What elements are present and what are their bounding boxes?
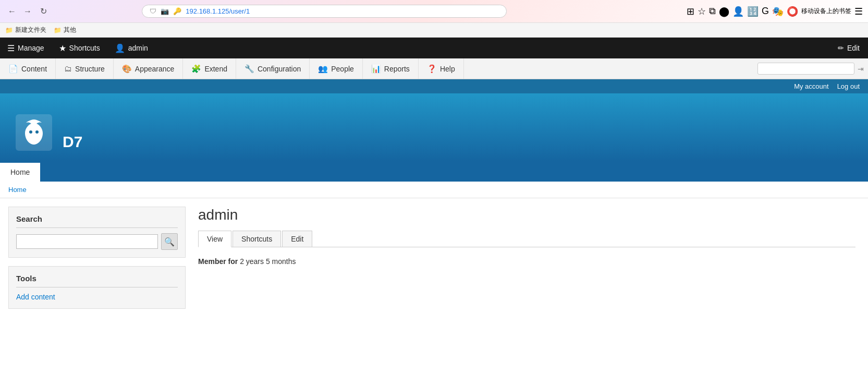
camera-icon: 📷 [161, 7, 169, 15]
reload-button[interactable]: ↻ [36, 5, 50, 18]
nav-collapse-icon[interactable]: ⇥ [858, 65, 864, 73]
bookmarks-bar: 📁 新建文件夹 📁 其他 [0, 23, 868, 38]
reports-icon: 📊 [371, 64, 381, 74]
nav-help-label: Help [440, 65, 455, 73]
tab-view[interactable]: View [198, 231, 231, 247]
admin-toolbar: ☰ Manage ★ Shortcuts 👤 admin ✏ Edit [0, 38, 868, 58]
nav-configuration[interactable]: 🔧 Configuration [236, 58, 310, 79]
url-text: 192.168.1.125/user/1 [186, 7, 250, 15]
user-icon: 👤 [115, 43, 125, 53]
tools-block-title: Tools [16, 274, 178, 287]
site-nav-home-tab[interactable]: Home [0, 161, 40, 182]
log-out-link[interactable]: Log out [837, 82, 860, 90]
search-row: 🔍 [16, 233, 178, 250]
extensions-badge: 🔢 [747, 6, 759, 17]
hero-banner: D7 [0, 93, 868, 161]
nav-configuration-label: Configuration [258, 65, 301, 73]
nav-search-area: ⇥ [753, 58, 868, 79]
help-icon: ❓ [427, 64, 437, 74]
nav-help[interactable]: ❓ Help [419, 58, 464, 79]
back-button[interactable]: ← [5, 5, 19, 18]
nav-structure-label: Structure [75, 65, 105, 73]
admin-edit-button[interactable]: ✏ Edit [829, 38, 868, 58]
url-host: 192.168.1.125 [186, 7, 229, 15]
main-layout: Search 🔍 Tools Add content admin View Sh… [0, 198, 868, 326]
forward-button[interactable]: → [21, 5, 34, 18]
search-button[interactable]: 🔍 [161, 233, 178, 250]
svg-point-0 [29, 130, 32, 134]
nav-people[interactable]: 👥 People [310, 58, 363, 79]
user-links-bar: My account Log out [0, 79, 868, 93]
search-icon: 🔍 [164, 237, 175, 247]
content-icon: 📄 [8, 64, 18, 74]
key-icon: 🔑 [173, 7, 181, 15]
mobile-bookmarks: 移动设备上的书签 [801, 7, 851, 16]
bookmark-label: 新建文件夹 [15, 26, 46, 34]
nav-extend-label: Extend [204, 65, 227, 73]
user-label: admin [128, 44, 148, 52]
shortcuts-menu-item[interactable]: ★ Shortcuts [52, 38, 107, 58]
content-tabs: View Shortcuts Edit [198, 231, 855, 247]
site-name: D7 [63, 133, 82, 151]
menu-icon[interactable]: ☰ [854, 6, 863, 17]
drupal-logo [16, 114, 52, 151]
profile-avatar: 👤 [732, 6, 744, 17]
nav-reports-label: Reports [384, 65, 410, 73]
bookmark-new-folder[interactable]: 📁 新建文件夹 [5, 26, 46, 34]
add-content-link[interactable]: Add content [16, 293, 178, 301]
grammarly-icon: G [762, 6, 769, 17]
edit-label: Edit [847, 44, 860, 52]
star-icon[interactable]: ☆ [698, 6, 706, 17]
admin-toolbar-left: ☰ Manage ★ Shortcuts 👤 admin [0, 38, 155, 58]
breadcrumb-home-link[interactable]: Home [8, 186, 27, 194]
people-icon: 👥 [318, 64, 328, 74]
search-input[interactable] [16, 234, 158, 249]
tab-edit[interactable]: Edit [282, 231, 312, 247]
sidebar: Search 🔍 Tools Add content [8, 207, 186, 317]
addon-icon-2: ⭕ [787, 6, 798, 17]
nav-people-label: People [331, 65, 354, 73]
nav-appearance[interactable]: 🎨 Appearance [114, 58, 184, 79]
user-menu-item[interactable]: 👤 admin [107, 38, 155, 58]
browser-nav-buttons: ← → ↻ [5, 5, 50, 18]
extend-icon: 🧩 [191, 64, 201, 74]
sidebar-right-icon[interactable]: ⧉ [709, 6, 716, 17]
bookmark-label-2: 其他 [64, 26, 76, 34]
nav-content[interactable]: 📄 Content [0, 58, 56, 79]
configuration-icon: 🔧 [244, 64, 254, 74]
nav-extend[interactable]: 🧩 Extend [183, 58, 236, 79]
nav-search-input[interactable] [757, 63, 854, 75]
url-path: /user/1 [229, 7, 250, 15]
profile-circle: ⬤ [719, 6, 729, 17]
my-account-link[interactable]: My account [794, 82, 828, 90]
nav-menu: 📄 Content 🗂 Structure 🎨 Appearance 🧩 Ext… [0, 58, 868, 79]
appearance-icon: 🎨 [122, 64, 132, 74]
manage-menu-item[interactable]: ☰ Manage [0, 38, 52, 58]
security-icon: 🛡 [150, 7, 156, 15]
admin-toolbar-right: ✏ Edit [829, 38, 868, 58]
search-block-title: Search [16, 214, 178, 228]
search-block: Search 🔍 [8, 207, 186, 258]
member-for-label: Member for [198, 257, 238, 266]
folder-icon-2: 📁 [54, 27, 62, 34]
site-nav: Home [0, 161, 868, 182]
pencil-icon: ✏ [838, 44, 844, 52]
browser-right-icons: ⊞ ☆ ⧉ ⬤ 👤 🔢 G 🎭 ⭕ 移动设备上的书签 ☰ [687, 6, 863, 17]
nav-reports[interactable]: 📊 Reports [363, 58, 419, 79]
extensions-icon: ⊞ [687, 6, 694, 17]
member-duration: 2 years 5 months [240, 257, 296, 266]
manage-label: Manage [18, 44, 44, 52]
browser-chrome: ← → ↻ 🛡 📷 🔑 192.168.1.125/user/1 ⊞ ☆ ⧉ ⬤… [0, 0, 868, 23]
structure-icon: 🗂 [64, 64, 72, 73]
tab-shortcuts[interactable]: Shortcuts [233, 231, 281, 247]
folder-icon: 📁 [5, 27, 13, 34]
hamburger-icon: ☰ [7, 43, 15, 53]
page-title: admin [198, 207, 855, 223]
main-content: admin View Shortcuts Edit Member for 2 y… [194, 207, 860, 267]
bookmark-other[interactable]: 📁 其他 [54, 26, 76, 34]
member-info: Member for 2 years 5 months [198, 256, 855, 267]
address-bar[interactable]: 🛡 📷 🔑 192.168.1.125/user/1 [142, 5, 507, 18]
nav-structure[interactable]: 🗂 Structure [56, 58, 114, 79]
nav-content-label: Content [21, 65, 47, 73]
tools-block: Tools Add content [8, 266, 186, 309]
